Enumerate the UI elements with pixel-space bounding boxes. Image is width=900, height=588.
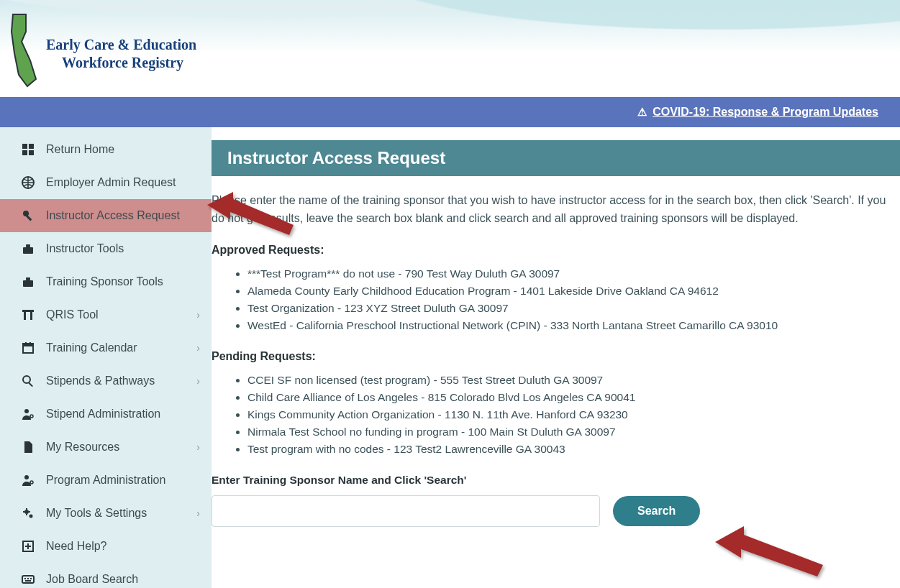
chevron-right-icon: › (196, 309, 200, 321)
sidebar-item-label: Stipend Administration (46, 408, 160, 421)
sidebar-item-employer-admin-request[interactable]: Employer Admin Request (0, 166, 212, 199)
sidebar-item-label: Return Home (46, 143, 114, 156)
sidebar-nav: Return HomeEmployer Admin RequestInstruc… (0, 127, 212, 588)
svg-rect-12 (24, 312, 26, 320)
list-item: ***Test Program*** do not use - 790 Test… (247, 265, 900, 282)
svg-marker-35 (715, 526, 823, 576)
svg-rect-16 (25, 342, 27, 345)
cogs-icon (20, 507, 36, 520)
sidebar-item-label: Employer Admin Request (46, 176, 176, 189)
list-item: Alameda County Early Childhood Education… (247, 282, 900, 300)
sidebar-item-label: Instructor Tools (46, 242, 124, 255)
sidebar-item-qris-tool[interactable]: QRIS Tool› (0, 298, 212, 331)
svg-point-22 (24, 475, 29, 479)
svg-rect-33 (25, 580, 31, 582)
plus-box-icon (20, 540, 36, 553)
svg-rect-32 (30, 578, 32, 579)
globe-icon (20, 176, 36, 190)
sidebar-item-need-help[interactable]: Need Help? (0, 530, 212, 563)
logo-line1: Early Care & Education (46, 36, 196, 54)
sidebar-item-label: Training Sponsor Tools (46, 275, 163, 288)
sidebar-item-label: Instructor Access Request (46, 209, 180, 222)
list-item: Child Care Alliance of Los Angeles - 815… (247, 389, 900, 406)
svg-rect-13 (30, 312, 32, 320)
sidebar-item-label: Job Board Search (46, 573, 138, 586)
search-icon (20, 375, 36, 388)
svg-rect-10 (26, 277, 30, 280)
svg-rect-8 (26, 244, 30, 247)
list-item: Test Organization - 123 XYZ Street Dulut… (247, 300, 900, 317)
toolbox-icon (20, 242, 36, 256)
svg-rect-31 (27, 578, 29, 579)
warning-icon: ⚠ (637, 106, 647, 119)
sidebar-item-training-sponsor-tools[interactable]: Training Sponsor Tools (0, 265, 212, 298)
svg-rect-11 (22, 310, 34, 312)
svg-rect-17 (29, 342, 31, 345)
sidebar-item-label: Training Calendar (46, 341, 137, 354)
sidebar-item-label: Program Administration (46, 474, 165, 487)
search-row: Search (212, 495, 900, 527)
chevron-right-icon: › (196, 507, 200, 519)
sidebar-item-my-resources[interactable]: My Resources› (0, 431, 212, 464)
sidebar-item-instructor-tools[interactable]: Instructor Tools (0, 232, 212, 265)
toolbox-icon (20, 275, 36, 289)
announcement-bar: ⚠ COVID-19: Response & Program Updates (0, 97, 900, 127)
svg-point-25 (29, 515, 33, 518)
annotation-arrow-icon (715, 520, 830, 585)
approved-requests-heading: Approved Requests: (212, 244, 900, 257)
svg-rect-9 (23, 280, 33, 287)
keyboard-icon (20, 573, 36, 587)
california-map-icon (7, 10, 42, 89)
svg-point-24 (24, 510, 29, 514)
sidebar-item-label: Need Help? (46, 540, 107, 553)
file-icon (20, 441, 36, 454)
grid-icon (20, 143, 36, 157)
calendar-icon (20, 341, 36, 355)
list-item: Test program with no codes - 123 Test2 L… (247, 441, 900, 458)
sidebar-item-job-board-search[interactable]: Job Board Search (0, 563, 212, 588)
svg-rect-1 (29, 144, 34, 149)
approved-requests-list: ***Test Program*** do not use - 790 Test… (212, 265, 900, 334)
list-item: Kings Community Action Organization - 11… (247, 406, 900, 423)
svg-point-5 (23, 211, 29, 216)
header-banner: Early Care & Education Workforce Registr… (0, 0, 900, 97)
page-title: Instructor Access Request (212, 140, 900, 176)
chevron-right-icon: › (196, 375, 200, 387)
svg-point-20 (24, 409, 29, 413)
svg-point-23 (30, 481, 33, 484)
sidebar-item-program-administration[interactable]: Program Administration (0, 464, 212, 497)
user-cog-icon (20, 408, 36, 421)
arch-icon (20, 308, 36, 322)
svg-rect-3 (29, 150, 34, 155)
site-logo-text: Early Care & Education Workforce Registr… (46, 36, 196, 72)
user-cog-icon (20, 474, 36, 487)
svg-rect-19 (29, 382, 33, 387)
svg-point-21 (30, 415, 33, 418)
site-logo[interactable]: Early Care & Education Workforce Registr… (7, 10, 196, 89)
sidebar-item-instructor-access-request[interactable]: Instructor Access Request (0, 199, 212, 232)
sidebar-item-label: Stipends & Pathways (46, 375, 155, 387)
svg-point-18 (23, 376, 30, 383)
key-icon (20, 209, 36, 223)
sidebar-item-return-home[interactable]: Return Home (0, 133, 212, 166)
sidebar-item-my-tools-settings[interactable]: My Tools & Settings› (0, 497, 212, 530)
logo-line2: Workforce Registry (46, 54, 196, 72)
svg-rect-2 (22, 150, 27, 155)
page-title-text: Instructor Access Request (227, 148, 445, 168)
pending-requests-list: CCEI SF non licensed (test program) - 55… (212, 372, 900, 458)
list-item: WestEd - California Preschool Instructio… (247, 317, 900, 334)
search-button[interactable]: Search (613, 496, 700, 526)
sidebar-item-label: My Tools & Settings (46, 507, 147, 520)
sidebar-item-label: My Resources (46, 441, 119, 454)
sidebar-item-training-calendar[interactable]: Training Calendar› (0, 331, 212, 364)
list-item: CCEI SF non licensed (test program) - 55… (247, 372, 900, 389)
pending-requests-heading: Pending Requests: (212, 350, 900, 363)
svg-rect-15 (23, 344, 33, 346)
sponsor-search-input[interactable] (212, 495, 600, 527)
svg-rect-30 (24, 578, 26, 579)
sidebar-item-stipends-pathways[interactable]: Stipends & Pathways› (0, 364, 212, 398)
covid-link[interactable]: COVID-19: Response & Program Updates (653, 106, 878, 119)
sidebar-item-stipend-administration[interactable]: Stipend Administration (0, 398, 212, 431)
chevron-right-icon: › (196, 342, 200, 354)
svg-rect-6 (26, 215, 32, 221)
